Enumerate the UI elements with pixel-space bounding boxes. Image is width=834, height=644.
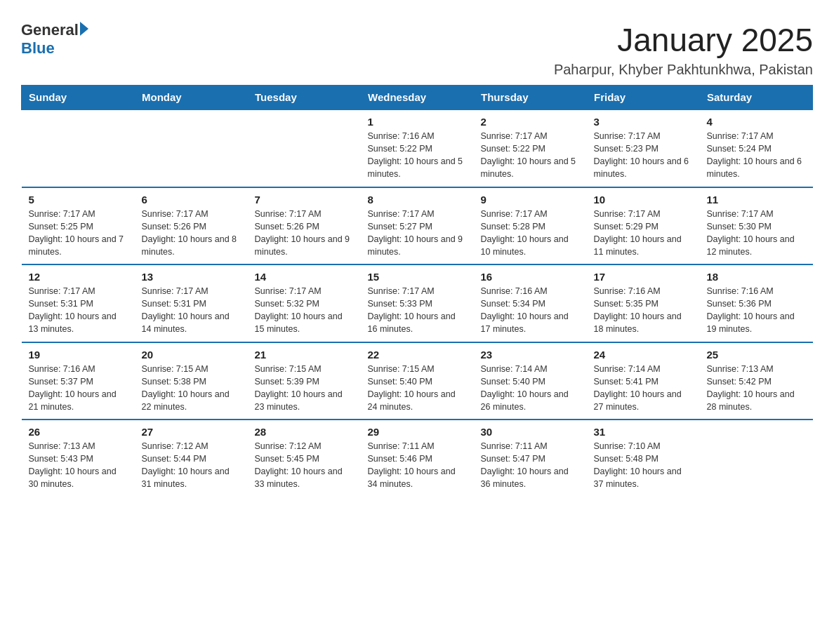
day-info: Sunrise: 7:11 AM Sunset: 5:47 PM Dayligh… xyxy=(481,440,580,491)
column-header-friday: Friday xyxy=(587,86,700,110)
calendar-cell: 3Sunrise: 7:17 AM Sunset: 5:23 PM Daylig… xyxy=(587,109,700,187)
day-number: 25 xyxy=(707,349,806,361)
calendar-cell: 6Sunrise: 7:17 AM Sunset: 5:26 PM Daylig… xyxy=(135,187,248,265)
calendar-cell: 17Sunrise: 7:16 AM Sunset: 5:35 PM Dayli… xyxy=(587,264,700,342)
day-number: 12 xyxy=(29,271,128,283)
logo-blue: Blue xyxy=(21,39,55,58)
day-number: 24 xyxy=(594,349,693,361)
day-info: Sunrise: 7:17 AM Sunset: 5:26 PM Dayligh… xyxy=(255,208,354,259)
day-info: Sunrise: 7:13 AM Sunset: 5:42 PM Dayligh… xyxy=(707,363,806,414)
week-row-2: 5Sunrise: 7:17 AM Sunset: 5:25 PM Daylig… xyxy=(22,187,813,265)
calendar-table: SundayMondayTuesdayWednesdayThursdayFrid… xyxy=(21,85,813,497)
day-number: 30 xyxy=(481,426,580,438)
calendar-cell: 29Sunrise: 7:11 AM Sunset: 5:46 PM Dayli… xyxy=(361,420,474,497)
day-info: Sunrise: 7:15 AM Sunset: 5:40 PM Dayligh… xyxy=(368,363,467,414)
day-info: Sunrise: 7:17 AM Sunset: 5:28 PM Dayligh… xyxy=(481,208,580,259)
calendar-cell: 24Sunrise: 7:14 AM Sunset: 5:41 PM Dayli… xyxy=(587,342,700,420)
day-number: 7 xyxy=(255,194,354,206)
week-row-4: 19Sunrise: 7:16 AM Sunset: 5:37 PM Dayli… xyxy=(22,342,813,420)
day-info: Sunrise: 7:17 AM Sunset: 5:24 PM Dayligh… xyxy=(707,130,806,181)
calendar-cell: 25Sunrise: 7:13 AM Sunset: 5:42 PM Dayli… xyxy=(700,342,813,420)
day-number: 28 xyxy=(255,426,354,438)
day-number: 3 xyxy=(594,116,693,128)
day-number: 16 xyxy=(481,271,580,283)
day-number: 9 xyxy=(481,194,580,206)
week-row-5: 26Sunrise: 7:13 AM Sunset: 5:43 PM Dayli… xyxy=(22,420,813,497)
day-number: 29 xyxy=(368,426,467,438)
day-info: Sunrise: 7:15 AM Sunset: 5:39 PM Dayligh… xyxy=(255,363,354,414)
calendar-cell: 7Sunrise: 7:17 AM Sunset: 5:26 PM Daylig… xyxy=(248,187,361,265)
calendar-cell: 2Sunrise: 7:17 AM Sunset: 5:22 PM Daylig… xyxy=(474,109,587,187)
day-number: 21 xyxy=(255,349,354,361)
column-header-sunday: Sunday xyxy=(22,86,135,110)
day-info: Sunrise: 7:15 AM Sunset: 5:38 PM Dayligh… xyxy=(142,363,241,414)
column-header-monday: Monday xyxy=(135,86,248,110)
calendar-header: SundayMondayTuesdayWednesdayThursdayFrid… xyxy=(22,86,813,110)
calendar-cell xyxy=(22,109,135,187)
calendar-cell xyxy=(248,109,361,187)
day-number: 10 xyxy=(594,194,693,206)
day-number: 19 xyxy=(29,349,128,361)
day-info: Sunrise: 7:13 AM Sunset: 5:43 PM Dayligh… xyxy=(29,440,128,491)
day-info: Sunrise: 7:17 AM Sunset: 5:31 PM Dayligh… xyxy=(142,285,241,336)
main-title: January 2025 xyxy=(554,21,813,59)
day-info: Sunrise: 7:17 AM Sunset: 5:25 PM Dayligh… xyxy=(29,208,128,259)
day-number: 31 xyxy=(594,426,693,438)
day-info: Sunrise: 7:14 AM Sunset: 5:41 PM Dayligh… xyxy=(594,363,693,414)
column-header-thursday: Thursday xyxy=(474,86,587,110)
day-info: Sunrise: 7:16 AM Sunset: 5:34 PM Dayligh… xyxy=(481,285,580,336)
day-info: Sunrise: 7:17 AM Sunset: 5:31 PM Dayligh… xyxy=(29,285,128,336)
column-header-tuesday: Tuesday xyxy=(248,86,361,110)
calendar-cell: 18Sunrise: 7:16 AM Sunset: 5:36 PM Dayli… xyxy=(700,264,813,342)
day-info: Sunrise: 7:17 AM Sunset: 5:33 PM Dayligh… xyxy=(368,285,467,336)
day-info: Sunrise: 7:17 AM Sunset: 5:22 PM Dayligh… xyxy=(481,130,580,181)
calendar-cell: 14Sunrise: 7:17 AM Sunset: 5:32 PM Dayli… xyxy=(248,264,361,342)
day-info: Sunrise: 7:16 AM Sunset: 5:22 PM Dayligh… xyxy=(368,130,467,181)
calendar-cell: 11Sunrise: 7:17 AM Sunset: 5:30 PM Dayli… xyxy=(700,187,813,265)
day-number: 8 xyxy=(368,194,467,206)
day-info: Sunrise: 7:17 AM Sunset: 5:32 PM Dayligh… xyxy=(255,285,354,336)
day-info: Sunrise: 7:12 AM Sunset: 5:44 PM Dayligh… xyxy=(142,440,241,491)
day-info: Sunrise: 7:12 AM Sunset: 5:45 PM Dayligh… xyxy=(255,440,354,491)
day-info: Sunrise: 7:16 AM Sunset: 5:35 PM Dayligh… xyxy=(594,285,693,336)
calendar-cell: 20Sunrise: 7:15 AM Sunset: 5:38 PM Dayli… xyxy=(135,342,248,420)
title-block: January 2025 Paharpur, Khyber Pakhtunkhw… xyxy=(554,21,813,78)
calendar-cell: 12Sunrise: 7:17 AM Sunset: 5:31 PM Dayli… xyxy=(22,264,135,342)
calendar-cell: 31Sunrise: 7:10 AM Sunset: 5:48 PM Dayli… xyxy=(587,420,700,497)
calendar-cell: 19Sunrise: 7:16 AM Sunset: 5:37 PM Dayli… xyxy=(22,342,135,420)
calendar-cell: 9Sunrise: 7:17 AM Sunset: 5:28 PM Daylig… xyxy=(474,187,587,265)
calendar-body: 1Sunrise: 7:16 AM Sunset: 5:22 PM Daylig… xyxy=(22,109,813,497)
day-number: 23 xyxy=(481,349,580,361)
calendar-cell: 10Sunrise: 7:17 AM Sunset: 5:29 PM Dayli… xyxy=(587,187,700,265)
calendar-cell: 15Sunrise: 7:17 AM Sunset: 5:33 PM Dayli… xyxy=(361,264,474,342)
calendar-cell: 23Sunrise: 7:14 AM Sunset: 5:40 PM Dayli… xyxy=(474,342,587,420)
day-info: Sunrise: 7:17 AM Sunset: 5:23 PM Dayligh… xyxy=(594,130,693,181)
day-number: 22 xyxy=(368,349,467,361)
day-number: 1 xyxy=(368,116,467,128)
day-header-row: SundayMondayTuesdayWednesdayThursdayFrid… xyxy=(22,86,813,110)
day-info: Sunrise: 7:17 AM Sunset: 5:29 PM Dayligh… xyxy=(594,208,693,259)
day-number: 5 xyxy=(29,194,128,206)
column-header-wednesday: Wednesday xyxy=(361,86,474,110)
day-info: Sunrise: 7:16 AM Sunset: 5:37 PM Dayligh… xyxy=(29,363,128,414)
logo-arrow-icon xyxy=(80,22,88,36)
column-header-saturday: Saturday xyxy=(700,86,813,110)
day-number: 11 xyxy=(707,194,806,206)
calendar-cell: 27Sunrise: 7:12 AM Sunset: 5:44 PM Dayli… xyxy=(135,420,248,497)
day-info: Sunrise: 7:11 AM Sunset: 5:46 PM Dayligh… xyxy=(368,440,467,491)
calendar-cell: 16Sunrise: 7:16 AM Sunset: 5:34 PM Dayli… xyxy=(474,264,587,342)
calendar-cell: 8Sunrise: 7:17 AM Sunset: 5:27 PM Daylig… xyxy=(361,187,474,265)
calendar-cell: 13Sunrise: 7:17 AM Sunset: 5:31 PM Dayli… xyxy=(135,264,248,342)
calendar-cell: 28Sunrise: 7:12 AM Sunset: 5:45 PM Dayli… xyxy=(248,420,361,497)
calendar-cell: 5Sunrise: 7:17 AM Sunset: 5:25 PM Daylig… xyxy=(22,187,135,265)
calendar-cell: 1Sunrise: 7:16 AM Sunset: 5:22 PM Daylig… xyxy=(361,109,474,187)
day-number: 13 xyxy=(142,271,241,283)
calendar-cell: 26Sunrise: 7:13 AM Sunset: 5:43 PM Dayli… xyxy=(22,420,135,497)
day-info: Sunrise: 7:16 AM Sunset: 5:36 PM Dayligh… xyxy=(707,285,806,336)
day-number: 6 xyxy=(142,194,241,206)
calendar-cell: 22Sunrise: 7:15 AM Sunset: 5:40 PM Dayli… xyxy=(361,342,474,420)
week-row-3: 12Sunrise: 7:17 AM Sunset: 5:31 PM Dayli… xyxy=(22,264,813,342)
calendar-cell: 4Sunrise: 7:17 AM Sunset: 5:24 PM Daylig… xyxy=(700,109,813,187)
logo: General Blue xyxy=(21,21,88,58)
day-number: 2 xyxy=(481,116,580,128)
